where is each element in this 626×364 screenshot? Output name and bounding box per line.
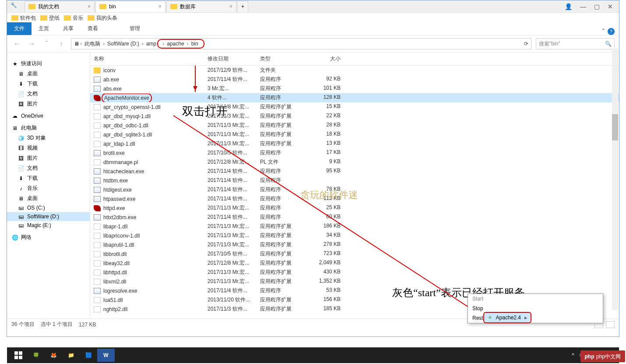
file-row[interactable]: libhttpd.dll2017/11/3 Mr.宏...应用程序扩展430 K…: [90, 268, 619, 277]
sidebar-item[interactable]: ♪音乐: [7, 183, 90, 193]
user-icon[interactable]: 👤: [565, 3, 572, 10]
start-button[interactable]: [10, 349, 27, 362]
sidebar-item[interactable]: 🖥桌面: [7, 193, 90, 203]
file-row[interactable]: libbrotli.dll2017/10/5 软件...应用程序扩展723 KB: [90, 249, 619, 259]
tray-expand-icon[interactable]: ^: [572, 352, 574, 358]
browser-tab[interactable]: 我的文档×: [25, 1, 95, 12]
svg-rect-2: [14, 356, 18, 359]
file-row[interactable]: httxt2dbm.exe2017/11/4 软件...应用程序60 KB: [90, 213, 619, 222]
file-row[interactable]: apr_dbd_odbc-1.dll2017/11/3 Mr.宏...应用程序扩…: [90, 121, 619, 130]
search-input[interactable]: 搜索"bin" 🔍: [536, 38, 615, 49]
ribbon-tab-manage[interactable]: 管理: [123, 22, 147, 35]
file-row[interactable]: libaprutil-1.dll2017/11/3 Mr.宏...应用程序扩展2…: [90, 240, 619, 249]
close-tab-icon[interactable]: ×: [158, 4, 162, 10]
sidebar-item[interactable]: 📄文档: [7, 163, 90, 173]
file-row[interactable]: ApacheMonitor.exe4 软件...应用程序128 KB: [90, 93, 619, 102]
sidebar-item[interactable]: ⬇下载: [7, 79, 90, 89]
minimize-button[interactable]: —: [580, 3, 586, 10]
col-name[interactable]: 名称: [90, 54, 204, 63]
ribbon-tab[interactable]: 查看: [81, 22, 105, 35]
sidebar-label: OS (C:): [27, 205, 45, 211]
taskbar-app[interactable]: 🦊: [45, 349, 62, 362]
file-row[interactable]: libxml2.dll2017/11/3 Mr.宏...应用程序扩展1,352 …: [90, 277, 619, 286]
icons-view-button[interactable]: [606, 321, 615, 328]
breadcrumb-item[interactable]: SoftWare (D:): [106, 41, 141, 47]
taskbar-word[interactable]: W: [97, 349, 115, 362]
taskbar-app[interactable]: 🟦: [80, 349, 97, 362]
breadcrumb-item[interactable]: amp: [144, 41, 158, 47]
favorite-item[interactable]: 音乐: [64, 14, 83, 22]
3d-icon: 🧊: [18, 135, 25, 141]
sidebar-item[interactable]: 📄文档: [7, 89, 90, 99]
ribbon-tab[interactable]: 文件: [7, 22, 32, 35]
favorite-item[interactable]: 我的头条: [88, 14, 117, 22]
breadcrumb-item[interactable]: bin: [190, 41, 200, 47]
sidebar-item[interactable]: 🧊3D 对象: [7, 133, 90, 143]
col-date[interactable]: 修改日期: [204, 54, 257, 63]
help-icon[interactable]: ?: [608, 28, 615, 35]
search-icon[interactable]: 🔍: [605, 41, 612, 47]
favorite-item[interactable]: 软件包: [11, 14, 36, 22]
file-row[interactable]: apr_dbd_sqlite3-1.dll2017/11/3 Mr.宏...应用…: [90, 130, 619, 139]
file-row[interactable]: abs.exe3 Mr.宏...应用程序101 KB: [90, 84, 619, 93]
file-row[interactable]: dbmmanage.pl2017/12/8 Mr.宏...PL 文件9 KB: [90, 158, 619, 167]
up-button[interactable]: ↑: [56, 38, 67, 49]
sidebar-item[interactable]: 🖴OS (C:): [7, 203, 90, 212]
maximize-button[interactable]: ▢: [594, 3, 600, 10]
file-row[interactable]: apr_dbd_mysql-1.dll2017/11/3 Mr.宏...应用程序…: [90, 112, 619, 121]
scrollbar-track[interactable]: [612, 49, 618, 310]
refresh-icon[interactable]: ⟳: [524, 41, 528, 47]
sidebar-item[interactable]: 🖴Magic (E:): [7, 221, 90, 230]
sidebar-label: 下载: [27, 175, 38, 182]
sidebar-group[interactable]: ★快速访问: [7, 59, 90, 69]
folder-icon: [99, 4, 106, 9]
close-button[interactable]: ✕: [608, 3, 613, 10]
sidebar-item[interactable]: 🖼图片: [7, 153, 90, 163]
sidebar-group[interactable]: 🖥此电脑: [7, 123, 90, 133]
sidebar-item[interactable]: 🖥桌面: [7, 69, 90, 79]
browser-tab[interactable]: bin×: [95, 1, 165, 12]
chevron-right-icon[interactable]: ›: [79, 41, 83, 47]
file-row[interactable]: iconv2017/12/9 软件...文件夹: [90, 66, 619, 75]
sidebar-item[interactable]: 🖴SoftWare (D:): [7, 212, 90, 221]
sidebar-group[interactable]: ☁OneDrive: [7, 112, 90, 120]
col-size[interactable]: 大小: [309, 54, 344, 63]
file-row[interactable]: htdbm.exe2017/11/4 软件...应用程序: [90, 176, 619, 185]
chevron-right-icon[interactable]: ›: [186, 41, 190, 47]
ribbon-tab[interactable]: 共享: [56, 22, 81, 35]
scrollbar-thumb[interactable]: [612, 114, 618, 140]
back-button[interactable]: ←: [11, 38, 22, 49]
chevron-right-icon[interactable]: ›: [102, 41, 106, 47]
sidebar-item[interactable]: 🎞视频: [7, 143, 90, 153]
file-row[interactable]: htcacheclean.exe2017/11/4 软件...应用程序95 KB: [90, 167, 619, 176]
breadcrumb-item[interactable]: 此电脑: [83, 40, 102, 48]
browser-tab[interactable]: 数据库×: [166, 1, 236, 12]
taskbar-app[interactable]: 🍀: [27, 349, 45, 362]
tools-icon[interactable]: 🔧: [11, 2, 19, 11]
close-tab-icon[interactable]: ×: [229, 4, 232, 10]
file-row[interactable]: ab.exe2017/11/4 软件...应用程序92 KB: [90, 75, 619, 84]
sidebar-group[interactable]: 🌐网络: [7, 232, 90, 242]
file-row[interactable]: httpd.exe2017/11/3 Mr.宏...应用程序25 KB: [90, 203, 619, 213]
breadcrumb[interactable]: 🖥›此电脑›SoftWare (D:)›amp›apache›bin⟳: [71, 38, 531, 49]
close-tab-icon[interactable]: ×: [88, 4, 91, 10]
apache-service-item[interactable]: ☀ Apache2.4 ▸: [483, 312, 531, 323]
taskbar-explorer[interactable]: 📁: [62, 349, 80, 362]
file-row[interactable]: libeay32.dll2017/12/8 Mr.宏...应用程序扩展2,049…: [90, 259, 619, 268]
history-dropdown[interactable]: ˇ: [41, 38, 52, 49]
sidebar-item[interactable]: ⬇下载: [7, 173, 90, 183]
forward-button[interactable]: →: [26, 38, 37, 49]
sidebar-item[interactable]: 🖼图片: [7, 99, 90, 109]
file-row[interactable]: brotli.exe2017/10/5 软件...应用程序17 KB: [90, 148, 619, 158]
chevron-right-icon[interactable]: ›: [141, 41, 144, 47]
favorite-item[interactable]: 壁纸: [40, 14, 60, 22]
file-row[interactable]: apr_ldap-1.dll2017/11/3 Mr.宏...应用程序扩展13 …: [90, 139, 619, 148]
new-tab-button[interactable]: +: [237, 1, 248, 12]
file-row[interactable]: apr_crypto_openssl-1.dll2017/12/8 Mr.宏..…: [90, 102, 619, 112]
breadcrumb-item[interactable]: apache: [165, 41, 186, 47]
file-type: 应用程序扩展: [257, 259, 309, 267]
file-row[interactable]: libapr-1.dll2017/11/3 Mr.宏...应用程序扩展186 K…: [90, 222, 619, 231]
ribbon-tab[interactable]: 主页: [32, 22, 56, 35]
col-type[interactable]: 类型: [257, 54, 309, 63]
ribbon-expand-icon[interactable]: ˇ: [602, 28, 604, 35]
